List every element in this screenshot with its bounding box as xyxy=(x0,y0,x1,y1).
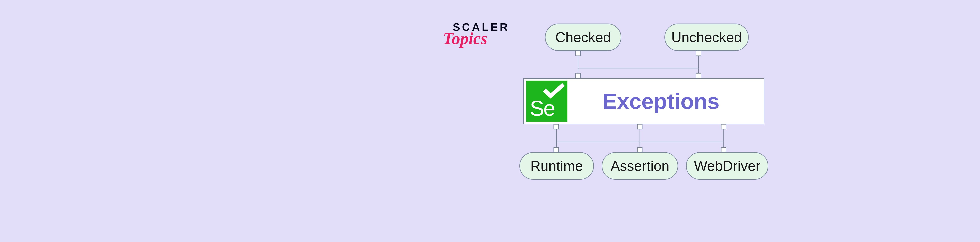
connector-stub xyxy=(575,51,581,56)
connector-stub xyxy=(554,147,559,153)
connector-stub xyxy=(721,124,726,129)
connector-stub xyxy=(637,124,643,129)
checkmark-icon xyxy=(543,83,565,99)
node-webdriver: WebDriver xyxy=(686,152,768,180)
node-unchecked: Unchecked xyxy=(665,24,749,51)
connector-line xyxy=(640,129,640,142)
connector-line xyxy=(578,56,578,68)
connector-line xyxy=(578,68,578,73)
connector-line xyxy=(556,129,557,142)
connector-stub xyxy=(696,73,701,78)
scaler-topics-logo: SCALER Topics xyxy=(453,21,510,48)
selenium-icon-text: Se xyxy=(526,96,555,122)
connector-line xyxy=(724,142,724,148)
node-checked: Checked xyxy=(545,24,621,51)
node-label: Assertion xyxy=(611,158,669,174)
diagram-canvas: SCALER Topics Checked Unchecked Se Excep… xyxy=(353,0,823,242)
node-runtime: Runtime xyxy=(519,152,594,180)
connector-stub xyxy=(575,73,581,78)
main-exceptions-box: Se Exceptions xyxy=(523,78,764,124)
connector-stub xyxy=(721,147,726,153)
node-label: Unchecked xyxy=(671,29,742,45)
connector-line xyxy=(578,68,699,68)
node-label: Runtime xyxy=(530,158,583,174)
connector-stub xyxy=(696,51,701,56)
connector-line xyxy=(698,56,699,68)
node-assertion: Assertion xyxy=(602,152,678,180)
main-title: Exceptions xyxy=(570,89,764,114)
connector-line xyxy=(640,142,640,148)
selenium-icon: Se xyxy=(526,81,568,122)
node-label: WebDriver xyxy=(694,158,760,174)
connector-stub xyxy=(554,124,559,129)
connector-line xyxy=(698,68,699,73)
connector-line xyxy=(556,142,557,148)
node-label: Checked xyxy=(555,29,611,45)
connector-stub xyxy=(637,147,643,153)
connector-line xyxy=(724,129,724,142)
